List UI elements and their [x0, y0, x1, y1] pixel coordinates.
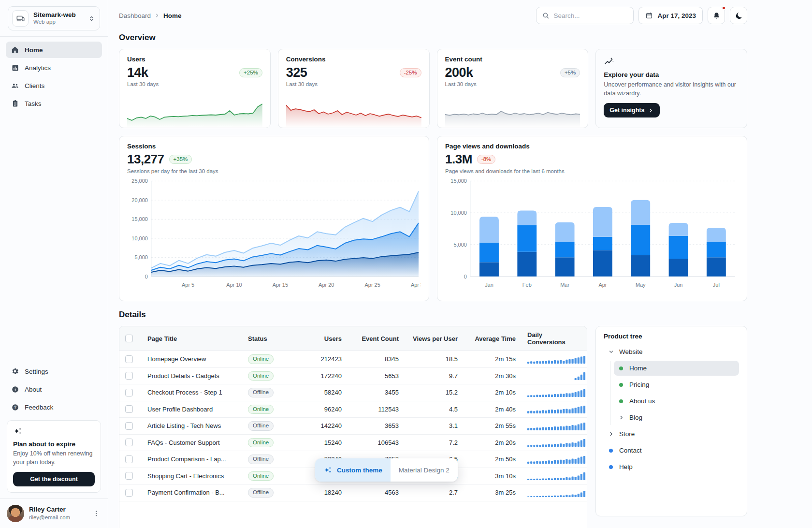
info-icon: [11, 385, 19, 394]
tree-item-label: Home: [629, 365, 647, 372]
avatar: [7, 505, 24, 522]
column-header-page-title[interactable]: Page Title: [142, 326, 242, 351]
chevron-down-icon: [608, 349, 614, 355]
unfold-icon: [87, 15, 96, 23]
sessions-title: Sessions: [127, 143, 421, 150]
tree-item-help[interactable]: Help: [604, 459, 739, 474]
row-checkbox[interactable]: [125, 472, 133, 480]
tree-bullet-green: [619, 383, 623, 387]
tree-item-about-us[interactable]: About us: [614, 394, 739, 409]
workspace-type: Web app: [33, 19, 83, 26]
row-checkbox[interactable]: [125, 372, 133, 380]
workspace-select[interactable]: Sitemark-web Web app: [8, 6, 100, 30]
stat-card-caption: Last 30 days: [286, 81, 421, 87]
row-checkbox[interactable]: [125, 439, 133, 446]
row-checkbox[interactable]: [125, 405, 133, 413]
theme-option-label: Custom theme: [337, 467, 382, 474]
table-row[interactable]: User Profile DashboardOnline962401125434…: [119, 401, 587, 418]
user-email: riley@email.com: [29, 514, 87, 521]
row-checkbox[interactable]: [125, 489, 133, 497]
column-header-views-per-user[interactable]: Views per User: [405, 326, 464, 351]
cell-page-title: Product Details - Gadgets: [142, 367, 242, 384]
cell-users: 212423: [290, 351, 348, 368]
breadcrumb-dashboard[interactable]: Dashboard: [119, 12, 151, 19]
get-insights-button[interactable]: Get insights: [604, 103, 660, 117]
column-header-users[interactable]: Users: [290, 326, 348, 351]
select-all-checkbox[interactable]: [125, 335, 133, 342]
tree-item-blog[interactable]: Blog: [614, 410, 739, 425]
svg-text:10,000: 10,000: [131, 235, 148, 241]
theme-option-md2[interactable]: Material Design 2: [391, 458, 458, 482]
cell-page-title: Product Comparison - Lap...: [142, 451, 242, 468]
user-profile: Riley Carter riley@email.com: [0, 499, 108, 528]
theme-option-custom[interactable]: Custom theme: [315, 458, 391, 482]
svg-text:Apr 30: Apr 30: [411, 282, 421, 288]
svg-text:Apr: Apr: [598, 282, 607, 288]
status-badge: Offline: [248, 488, 274, 498]
cell-daily-conversions: [522, 367, 587, 384]
sidebar-item-about[interactable]: About: [6, 381, 102, 397]
notifications-button[interactable]: [708, 7, 725, 24]
sidebar-item-analytics[interactable]: Analytics: [6, 59, 102, 76]
row-checkbox[interactable]: [125, 455, 133, 463]
row-checkbox[interactable]: [125, 422, 133, 430]
column-header-average-time[interactable]: Average Time: [464, 326, 522, 351]
row-checkbox[interactable]: [125, 389, 133, 396]
column-header-daily-conversions[interactable]: Daily Conversions: [522, 326, 587, 351]
cell-views-per-user: 18.5: [405, 351, 464, 368]
table-row[interactable]: Article Listing - Tech NewsOffline142240…: [119, 418, 587, 435]
status-badge: Online: [248, 354, 274, 364]
search-input[interactable]: [553, 12, 628, 19]
column-header-status[interactable]: Status: [242, 326, 290, 351]
sidebar-item-clients[interactable]: Clients: [6, 77, 102, 94]
cell-average-time: 3m 25s: [464, 484, 522, 501]
sidebar-item-settings[interactable]: Settings: [6, 363, 102, 380]
tree-item-store[interactable]: Store: [604, 426, 739, 441]
cell-daily-conversions: [522, 434, 587, 451]
overview-cards-row: Users14k+25%Last 30 daysConversions325-2…: [119, 49, 747, 128]
bell-icon: [712, 12, 721, 20]
column-header-event-count[interactable]: Event Count: [348, 326, 405, 351]
cell-page-title: FAQs - Customer Support: [142, 434, 242, 451]
date-picker-button[interactable]: Apr 17, 2023: [638, 7, 703, 24]
stat-sparkline: [445, 100, 580, 128]
tree-item-pricing[interactable]: Pricing: [614, 377, 739, 392]
clients-icon: [11, 81, 19, 90]
sidebar-nav: HomeAnalyticsClientsTasks: [0, 37, 108, 112]
sidebar-item-feedback[interactable]: ?Feedback: [6, 399, 102, 415]
tree-item-contact[interactable]: Contact: [604, 443, 739, 458]
dark-mode-toggle[interactable]: [730, 7, 747, 24]
stat-card-users: Users14k+25%Last 30 days: [119, 49, 271, 128]
tree-item-label: Blog: [629, 414, 642, 421]
table-row[interactable]: Homepage OverviewOnline212423834518.52m …: [119, 351, 587, 368]
get-insights-label: Get insights: [609, 107, 644, 114]
cell-daily-conversions: [522, 384, 587, 401]
workspace-info: Sitemark-web Web app: [33, 11, 83, 26]
product-tree-card: Product tree WebsiteHomePricingAbout usB…: [595, 326, 747, 516]
tree-item-home[interactable]: Home: [614, 361, 739, 376]
sidebar-item-tasks[interactable]: Tasks: [6, 95, 102, 112]
get-discount-button[interactable]: Get the discount: [13, 472, 95, 486]
date-label: Apr 17, 2023: [657, 12, 696, 19]
daily-conversions-sparkline: [527, 455, 586, 464]
sidebar-item-home[interactable]: Home: [6, 42, 102, 58]
svg-text:25,000: 25,000: [131, 178, 148, 184]
sessions-area-chart: 05,00010,00015,00020,00025,000Apr 5Apr 1…: [127, 177, 421, 290]
sidebar-item-label: Home: [25, 46, 43, 54]
table-row[interactable]: FAQs - Customer SupportOnline15240106543…: [119, 434, 587, 451]
cell-page-title: Article Listing - Tech News: [142, 418, 242, 435]
svg-text:15,000: 15,000: [131, 216, 148, 222]
status-badge: Offline: [248, 388, 274, 397]
table-row[interactable]: Payment Confirmation - B...Offline182404…: [119, 484, 587, 501]
table-row[interactable]: Product Details - GadgetsOnline172240565…: [119, 367, 587, 384]
topbar-actions: Apr 17, 2023: [536, 7, 747, 24]
cell-event-count: 3653: [348, 418, 405, 435]
table-row[interactable]: Checkout Process - Step 1Offline58240345…: [119, 384, 587, 401]
tree-item-website[interactable]: Website: [604, 344, 739, 359]
status-badge: Online: [248, 471, 274, 481]
user-menu-kebab-icon[interactable]: [91, 509, 101, 518]
cell-page-title: Homepage Overview: [142, 351, 242, 368]
row-checkbox[interactable]: [125, 355, 133, 363]
cell-status: Online: [242, 351, 290, 368]
devices-icon: [12, 10, 29, 27]
